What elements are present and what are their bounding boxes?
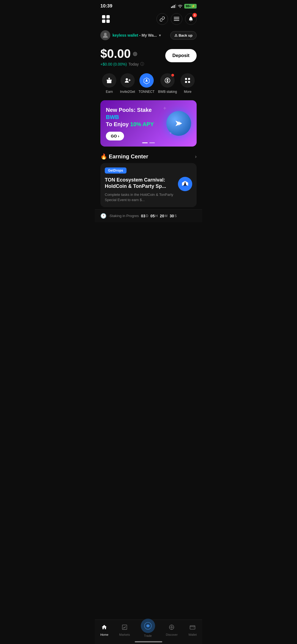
svg-rect-1 [174,18,179,19]
svg-rect-11 [188,78,190,80]
invite-icon [124,77,131,84]
battery-badge: 98+ ⚡ [184,4,197,9]
coin-arrow-icon [173,118,184,129]
earning-card-text: TON Ecosystem Carnival: HoldCoin & TonPa… [105,177,175,203]
status-time: 10:39 [100,3,112,9]
earn-icon-wrap [102,73,116,88]
earning-section: 🔥 Earning Center › GetDrops TON Ecosyste… [95,149,202,209]
action-invite[interactable]: Invite2Get [120,73,135,94]
backup-button[interactable]: ⚠ Back up [170,31,197,40]
ton-v-icon [181,180,189,188]
notification-button[interactable]: 3 [185,13,197,25]
balance-amount: $0.00 ◎ [100,47,144,61]
bwb-icon-wrap [160,73,175,88]
wallet-name-display: keyless wallet - My Wa... [112,33,157,38]
action-earn[interactable]: Earn [102,73,116,94]
header-nav: 3 [95,11,202,28]
staking-row: 🕐 ·Staking in Progres 03 D 05 H 20 M 30 … [95,209,202,222]
earning-center-header: 🔥 Earning Center › [100,153,197,160]
gift-icon [106,77,112,84]
earn-label: Earn [106,90,113,94]
svg-rect-13 [188,81,190,83]
bwb-dot [171,74,174,77]
apps-grid-icon [102,15,110,23]
clock-icon: 🕐 [100,213,106,219]
ton-logo [178,177,192,191]
bottom-spacer [95,222,202,247]
apps-icon-button[interactable] [100,13,111,25]
more-icon-wrap [180,73,195,88]
banner-title: New Pools: Stake BWB To Enjoy 10% APY [106,106,166,128]
wallet-name-row[interactable]: keyless wallet - My Wa... ▾ [100,30,161,40]
menu-button[interactable] [171,13,182,25]
header-right: 3 [156,13,197,25]
notification-badge: 3 [193,13,197,17]
invite-label: Invite2Get [120,90,135,94]
earning-card-title: TON Ecosystem Carnival: HoldCoin & TonPa… [105,177,175,190]
more-label: More [184,90,191,94]
svg-marker-8 [145,79,148,82]
balance-left: $0.00 ◎ +$0.00 (0.00%) Today ⓘ [100,47,144,67]
staking-icon [164,77,171,84]
timer-hours: 05 H [150,214,158,218]
banner-card[interactable]: + + New Pools: Stake BWB To Enjoy 10% AP… [100,100,197,147]
wifi-icon [178,4,183,8]
tonnect-label: TONNECT [139,90,155,94]
earning-center-title: 🔥 Earning Center [100,153,148,160]
menu-icon [174,17,179,21]
link-button[interactable] [156,13,168,25]
earning-card-desc: Complete tasks in the HoldCoin & TonPart… [105,192,175,203]
svg-point-3 [104,33,107,36]
tonnect-icon-wrap [139,73,154,88]
svg-rect-0 [174,17,179,18]
chevron-down-icon: ▾ [159,33,161,37]
go-button[interactable]: GO › [106,132,124,140]
quick-actions: Earn Invite2Get TONNECT B [95,71,202,98]
svg-point-6 [126,78,128,80]
more-icon [184,77,191,84]
svg-rect-2 [174,20,179,21]
info-icon: ⓘ [140,62,144,67]
banner-section: + + New Pools: Stake BWB To Enjoy 10% AP… [95,98,202,149]
earning-card-content: TON Ecosystem Carnival: HoldCoin & TonPa… [105,177,192,203]
timer-days: 03 D [141,214,148,218]
staking-label: ·Staking in Progres [109,214,139,218]
wallet-avatar [100,30,110,40]
tonnect-logo-icon [143,77,150,84]
deposit-button[interactable]: Deposit [165,49,197,62]
timer-mins: 20 M [160,214,167,218]
invite-icon-wrap [120,73,135,88]
svg-rect-12 [185,81,187,83]
wallet-header: keyless wallet - My Wa... ▾ ⚠ Back up [95,28,202,45]
svg-rect-10 [185,78,187,80]
banner-text: New Pools: Stake BWB To Enjoy 10% APY GO… [106,106,166,140]
status-icons: 98+ ⚡ [171,4,197,9]
bwb-label: BWB staking [158,90,177,94]
earning-card[interactable]: GetDrops TON Ecosystem Carnival: HoldCoi… [100,163,197,207]
earning-center-chevron[interactable]: › [195,154,197,159]
timer-secs: 30 S [170,214,177,218]
balance-change: +$0.00 (0.00%) Today ⓘ [100,62,144,67]
signal-icon [171,4,176,8]
balance-section: $0.00 ◎ +$0.00 (0.00%) Today ⓘ Deposit [95,45,202,71]
wifi-svg [178,4,183,8]
action-bwb[interactable]: BWB staking [158,73,177,94]
banner-dots [142,142,155,143]
action-tonnect[interactable]: TONNECT [139,73,155,94]
getdrops-badge: GetDrops [105,167,127,174]
action-more[interactable]: More [180,73,195,94]
status-bar: 10:39 98+ ⚡ [95,0,202,11]
eye-icon[interactable]: ◎ [133,51,137,57]
bell-icon [188,16,194,22]
link-icon [160,16,165,22]
